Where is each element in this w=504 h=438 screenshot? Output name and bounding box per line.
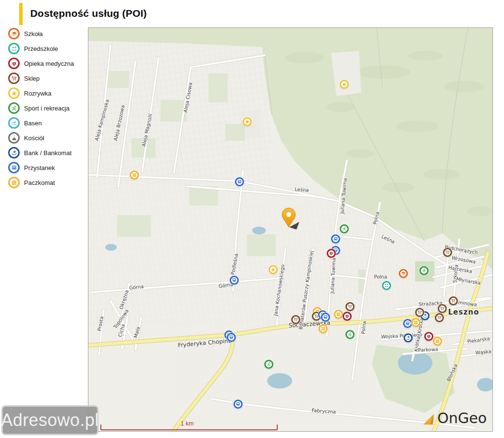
poi-paczkomat[interactable] bbox=[319, 324, 328, 333]
przedszkole-badge bbox=[8, 43, 20, 54]
legend-item-label: Kościół bbox=[24, 134, 44, 142]
location-marker-pin bbox=[281, 207, 300, 232]
przystanek-icon bbox=[229, 335, 234, 340]
poi-rozrywka[interactable] bbox=[340, 80, 349, 89]
scale-bar: 1 km bbox=[100, 420, 279, 432]
legend-item-label: Basen bbox=[24, 120, 42, 127]
town-label: Leszno bbox=[448, 308, 479, 316]
ongeo-arrow-icon bbox=[422, 411, 436, 426]
basen-icon bbox=[11, 120, 17, 126]
poi-sport[interactable] bbox=[419, 266, 429, 275]
poi-przystanek[interactable] bbox=[321, 313, 330, 322]
poi-paczkomat[interactable] bbox=[130, 170, 139, 180]
poi-opieka[interactable] bbox=[327, 249, 336, 258]
poi-przystanek[interactable] bbox=[227, 333, 236, 342]
poi-rozrywka[interactable] bbox=[269, 265, 278, 274]
sport-icon bbox=[342, 226, 347, 231]
poi-sklep[interactable] bbox=[345, 302, 355, 311]
przystanek-icon bbox=[405, 321, 410, 326]
poi-sklep[interactable] bbox=[435, 313, 444, 322]
poi-sport[interactable] bbox=[345, 330, 355, 339]
sklep-badge bbox=[8, 73, 20, 84]
poi-przystanek[interactable] bbox=[403, 319, 412, 328]
paczkomat-badge bbox=[8, 177, 20, 188]
poi-sport[interactable] bbox=[264, 360, 273, 369]
poi-przystanek[interactable] bbox=[234, 400, 243, 409]
sport-badge bbox=[8, 102, 20, 114]
accent-bar bbox=[19, 3, 23, 25]
poi-paczkomat[interactable] bbox=[411, 318, 420, 327]
legend-item-basen: Basen bbox=[8, 117, 87, 129]
opieka-icon bbox=[11, 61, 17, 67]
legend-item-label: Przedszkole bbox=[24, 45, 58, 52]
poi-bank[interactable] bbox=[404, 333, 413, 342]
legend-item-label: Sklep bbox=[24, 75, 40, 82]
poi-sklep[interactable] bbox=[449, 296, 458, 305]
paczkomat-icon bbox=[11, 180, 17, 186]
basen-badge bbox=[8, 117, 20, 129]
poi-sklep[interactable] bbox=[443, 248, 452, 257]
legend-item-opieka: Opieka medyczna bbox=[8, 58, 87, 69]
paczkomat-icon bbox=[413, 320, 418, 325]
poi-opieka[interactable] bbox=[424, 332, 433, 341]
przystanek-icon bbox=[235, 402, 241, 407]
sport-icon bbox=[266, 362, 271, 367]
map-viewport[interactable]: Aleja KampinoskaAleja BrzozowaAleja Magn… bbox=[88, 27, 493, 432]
sklep-icon bbox=[440, 306, 445, 311]
poi-szkola[interactable] bbox=[399, 269, 408, 278]
legend-item-kosciol: Kościół bbox=[8, 132, 87, 144]
rozrywka-icon bbox=[270, 267, 276, 272]
scale-bar-label: 1 km bbox=[181, 420, 194, 427]
street-label: Parkowa bbox=[418, 346, 438, 353]
przedszkole-icon bbox=[11, 46, 17, 52]
ongeo-logo: OnGeo bbox=[422, 410, 487, 426]
legend-item-sport: Sport i rekreacja bbox=[8, 102, 87, 114]
bank-badge bbox=[8, 147, 20, 158]
legend-item-sklep: Sklep bbox=[8, 73, 87, 84]
paczkomat-icon bbox=[336, 312, 341, 317]
poi-sport[interactable] bbox=[340, 224, 349, 233]
legend-item-label: Bank / Bankomat bbox=[24, 149, 72, 157]
legend-item-label: Przystanek bbox=[24, 164, 55, 171]
legend-item-label: Rozrywka bbox=[24, 90, 51, 97]
paczkomat-icon bbox=[320, 326, 326, 331]
poi-paczkomat[interactable] bbox=[433, 337, 442, 346]
poi-sklep[interactable] bbox=[415, 308, 424, 317]
poi-przystanek[interactable] bbox=[230, 276, 239, 285]
sport-icon bbox=[347, 332, 353, 337]
opieka-icon bbox=[426, 334, 431, 339]
legend-item-label: Opieka medyczna bbox=[24, 60, 74, 67]
adresowo-watermark: Adresowo.pl bbox=[1, 405, 98, 435]
opieka-badge bbox=[8, 58, 20, 69]
poi-przystanek[interactable] bbox=[235, 177, 244, 186]
sklep-icon bbox=[437, 315, 442, 320]
poi-sklep[interactable] bbox=[438, 304, 447, 313]
sport-icon bbox=[421, 268, 427, 273]
sklep-icon bbox=[11, 75, 17, 82]
poi-przystanek[interactable] bbox=[331, 234, 340, 243]
opieka-icon bbox=[344, 314, 350, 319]
rozrywka-badge bbox=[8, 87, 20, 99]
kosciol-badge bbox=[8, 132, 20, 144]
sklep-icon bbox=[293, 317, 298, 322]
ongeo-logo-text: OnGeo bbox=[437, 410, 487, 426]
legend-item-przedszkole: Przedszkole bbox=[8, 43, 87, 54]
rozrywka-icon bbox=[245, 119, 250, 124]
rozrywka-icon bbox=[11, 90, 17, 97]
kosciol-icon bbox=[11, 135, 17, 141]
poi-rozrywka[interactable] bbox=[243, 117, 252, 126]
przystanek-icon bbox=[232, 278, 237, 283]
poi-przedszkole[interactable] bbox=[382, 281, 391, 290]
paczkomat-icon bbox=[132, 172, 137, 178]
przedszkole-icon bbox=[384, 283, 389, 288]
poi-paczkomat[interactable] bbox=[334, 310, 343, 319]
legend-item-label: Szkoła bbox=[24, 30, 43, 37]
sport-icon bbox=[11, 105, 17, 111]
page-title: Dostępność usług (POI) bbox=[30, 8, 147, 19]
sklep-icon bbox=[417, 310, 422, 315]
poi-sklep[interactable] bbox=[291, 315, 300, 324]
opieka-icon bbox=[329, 251, 334, 256]
legend-item-przystanek: Przystanek bbox=[8, 162, 87, 173]
przystanek-icon bbox=[333, 236, 338, 242]
poi-opieka[interactable] bbox=[343, 312, 352, 321]
